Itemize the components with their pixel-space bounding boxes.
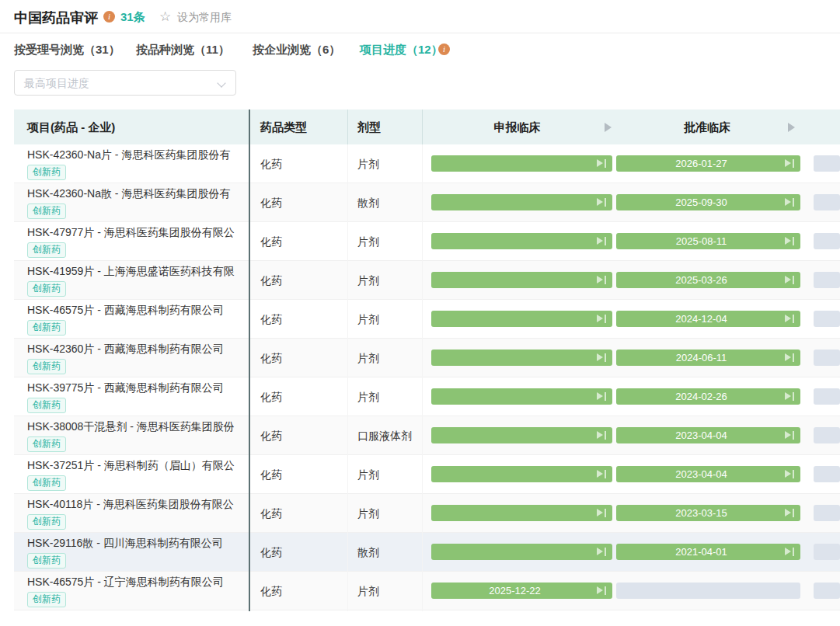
- clinical-filing-bar[interactable]: [431, 427, 612, 443]
- tab-project-progress[interactable]: 项目进度（12）: [360, 43, 443, 57]
- table-row[interactable]: HSK-41959片 - 上海海思盛诺医药科技有限 创新药 化药 片剂 2025…: [14, 261, 840, 300]
- clinical-approval-bar[interactable]: 2025-08-11: [616, 233, 800, 249]
- drug-type-cell: 化药: [260, 455, 282, 494]
- clinical-approval-bar[interactable]: 2024-02-26: [616, 388, 800, 405]
- project-name[interactable]: HSK-42360-Na片 - 海思科医药集团股份有: [27, 147, 249, 162]
- clinical-filing-bar[interactable]: [431, 272, 612, 288]
- clinical-filing-bar[interactable]: [431, 194, 612, 210]
- progress-filter-select[interactable]: 最高项目进度: [14, 70, 236, 96]
- project-cell: HSK-39775片 - 西藏海思科制药有限公司 创新药: [27, 380, 249, 413]
- project-cell: HSK-40118片 - 海思科医药集团股份有限公 创新药: [27, 496, 249, 530]
- title-bar: 中国药品审评 i 31条 ☆ 设为常用库: [0, 0, 840, 33]
- advance-arrow-icon: [597, 391, 606, 402]
- set-favorite-label[interactable]: 设为常用库: [177, 11, 232, 25]
- table-row[interactable]: HSK-42360-Na散 - 海思科医药集团股份有 创新药 化药 散剂 202…: [14, 183, 840, 222]
- clinical-approval-bar[interactable]: 2025-09-30: [616, 194, 800, 210]
- table-body: HSK-42360-Na片 - 海思科医药集团股份有 创新药 化药 片剂 202…: [14, 144, 840, 610]
- drug-review-page: 中国药品审评 i 31条 ☆ 设为常用库 按受理号浏览（31） 按品种浏览（11…: [0, 0, 840, 626]
- advance-arrow-icon: [785, 430, 794, 440]
- next-stage-bar[interactable]: [814, 233, 840, 249]
- tab-info-icon[interactable]: i: [438, 43, 450, 55]
- advance-arrow-icon: [597, 197, 606, 207]
- project-name[interactable]: HSK-40118片 - 海思科医药集团股份有限公: [27, 496, 249, 512]
- next-stage-bar[interactable]: [814, 466, 840, 482]
- stage-arrow-icon: [605, 123, 612, 132]
- dosage-form-cell: 片剂: [357, 572, 379, 610]
- tab-by-acceptance-number[interactable]: 按受理号浏览（31）: [14, 43, 120, 57]
- innovative-drug-badge: 创新药: [27, 398, 66, 413]
- title-info-icon[interactable]: i: [103, 11, 115, 23]
- clinical-filing-bar[interactable]: [431, 155, 612, 172]
- next-stage-bar[interactable]: [814, 505, 840, 521]
- next-stage-bar[interactable]: [814, 583, 840, 599]
- clinical-filing-bar[interactable]: [431, 505, 612, 521]
- project-cell: HSK-42360片 - 西藏海思科制药有限公司 创新药: [27, 341, 249, 374]
- table-row[interactable]: HSK-42360-Na片 - 海思科医药集团股份有 创新药 化药 片剂 202…: [14, 144, 840, 183]
- project-name[interactable]: HSK-29116散 - 四川海思科制药有限公司: [27, 535, 249, 551]
- advance-arrow-icon: [785, 391, 794, 402]
- clinical-filing-date: 2025-12-22: [431, 583, 598, 599]
- clinical-filing-bar[interactable]: 2025-12-22: [431, 583, 612, 599]
- clinical-filing-bar[interactable]: [431, 233, 612, 249]
- project-cell: HSK-46575片 - 辽宁海思科制药有限公司 创新药: [27, 574, 249, 607]
- table-row[interactable]: HSK-46575片 - 辽宁海思科制药有限公司 创新药 化药 片剂 2025-…: [14, 572, 840, 610]
- clinical-filing-date: [431, 311, 598, 327]
- project-name[interactable]: HSK-47977片 - 海思科医药集团股份有限公: [27, 224, 249, 240]
- next-stage-bar[interactable]: [814, 155, 840, 172]
- project-name[interactable]: HSK-39775片 - 西藏海思科制药有限公司: [27, 380, 249, 395]
- table-row[interactable]: HSK-39775片 - 西藏海思科制药有限公司 创新药 化药 片剂 2024-…: [14, 377, 840, 416]
- clinical-filing-date: [431, 427, 598, 443]
- clinical-filing-date: [431, 194, 598, 210]
- clinical-approval-bar[interactable]: 2026-01-27: [616, 155, 800, 172]
- project-cell: HSK-37251片 - 海思科制药（眉山）有限公 创新药: [27, 457, 249, 491]
- clinical-approval-bar[interactable]: 2024-06-11: [616, 350, 800, 366]
- table-row[interactable]: HSK-29116散 - 四川海思科制药有限公司 创新药 化药 散剂 2021-…: [14, 533, 840, 572]
- clinical-approval-bar[interactable]: 2021-04-01: [616, 544, 800, 560]
- project-name[interactable]: HSK-46575片 - 西藏海思科制药有限公司: [27, 302, 249, 318]
- clinical-filing-bar[interactable]: [431, 466, 612, 482]
- advance-arrow-icon: [597, 508, 606, 518]
- table-row[interactable]: HSK-46575片 - 西藏海思科制药有限公司 创新药 化药 片剂 2024-…: [14, 300, 840, 339]
- clinical-approval-bar[interactable]: 2023-03-15: [616, 505, 800, 521]
- next-stage-bar[interactable]: [814, 272, 840, 288]
- table-row[interactable]: HSK-42360片 - 西藏海思科制药有限公司 创新药 化药 片剂 2024-…: [14, 339, 840, 377]
- tab-by-variety[interactable]: 按品种浏览（11）: [136, 43, 230, 57]
- clinical-filing-bar[interactable]: [431, 311, 612, 327]
- dosage-form-cell: 散剂: [357, 533, 379, 572]
- project-name[interactable]: HSK-38008干混悬剂 - 海思科医药集团股份: [27, 419, 249, 434]
- drug-type-cell: 化药: [260, 222, 282, 261]
- clinical-approval-bar[interactable]: 2024-12-04: [616, 311, 800, 327]
- clinical-approval-bar[interactable]: 2025-03-26: [616, 272, 800, 288]
- next-stage-bar[interactable]: [814, 427, 840, 443]
- clinical-approval-bar[interactable]: 2023-04-04: [616, 466, 800, 482]
- clinical-approval-bar[interactable]: 2023-04-04: [616, 427, 800, 443]
- clinical-approval-date: 2025-03-26: [616, 272, 786, 288]
- clinical-filing-bar[interactable]: [431, 544, 612, 560]
- next-stage-bar[interactable]: [814, 388, 840, 405]
- clinical-approval-bar[interactable]: [616, 583, 800, 599]
- clinical-filing-bar[interactable]: [431, 388, 612, 405]
- col-header-clinical-filing: 申报临床: [422, 110, 612, 144]
- table-row[interactable]: HSK-37251片 - 海思科制药（眉山）有限公 创新药 化药 片剂 2023…: [14, 455, 840, 494]
- project-name[interactable]: HSK-46575片 - 辽宁海思科制药有限公司: [27, 574, 249, 589]
- next-stage-bar[interactable]: [814, 350, 840, 366]
- dosage-form-cell: 散剂: [357, 183, 379, 222]
- next-stage-bar[interactable]: [814, 544, 840, 560]
- innovative-drug-badge: 创新药: [27, 242, 66, 258]
- tab-by-company[interactable]: 按企业浏览（6）: [253, 43, 340, 57]
- advance-arrow-icon: [597, 586, 606, 596]
- table-row[interactable]: HSK-40118片 - 海思科医药集团股份有限公 创新药 化药 片剂 2023…: [14, 494, 840, 533]
- table-row[interactable]: HSK-47977片 - 海思科医药集团股份有限公 创新药 化药 片剂 2025…: [14, 222, 840, 261]
- project-name[interactable]: HSK-42360片 - 西藏海思科制药有限公司: [27, 341, 249, 356]
- table-row[interactable]: HSK-38008干混悬剂 - 海思科医药集团股份 创新药 化药 口服液体剂 2…: [14, 416, 840, 455]
- clinical-filing-bar[interactable]: [431, 350, 612, 366]
- next-stage-bar[interactable]: [814, 194, 840, 210]
- header-divider: [422, 110, 423, 144]
- project-name[interactable]: HSK-42360-Na散 - 海思科医药集团股份有: [27, 186, 249, 201]
- next-stage-bar[interactable]: [814, 311, 840, 327]
- fixed-column-scrollbar[interactable]: [249, 110, 250, 611]
- innovative-drug-badge: 创新药: [27, 514, 66, 530]
- favorite-star-icon[interactable]: ☆: [159, 9, 171, 25]
- project-name[interactable]: HSK-37251片 - 海思科制药（眉山）有限公: [27, 457, 249, 473]
- project-name[interactable]: HSK-41959片 - 上海海思盛诺医药科技有限: [27, 263, 249, 279]
